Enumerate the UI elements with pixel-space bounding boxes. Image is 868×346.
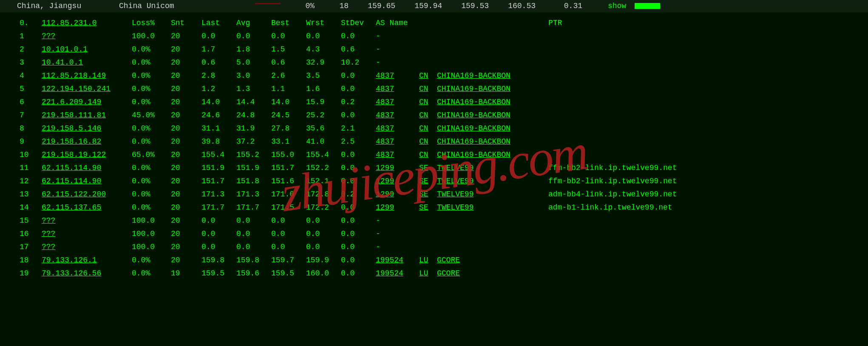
table-row: 1???100.0200.00.00.00.00.0- [17,30,851,43]
hop-asname[interactable]: TWELVE99 [437,203,474,212]
hop-ip[interactable]: 122.194.150.241 [42,85,111,93]
table-row: 9219.158.16.820.0%2039.837.233.141.02.54… [17,135,851,148]
hop-cc[interactable]: CN [419,98,428,106]
table-header: 0. 112.85.231.0 Loss% Snt Last Avg Best … [17,17,851,30]
hop-ip[interactable]: 10.101.0.1 [42,45,88,54]
hop-asname[interactable]: TWELVE99 [437,164,474,172]
table-row: 1879.133.126.10.0%20159.8159.8159.7159.9… [17,254,851,267]
hop-cc[interactable]: CN [419,137,428,146]
traceroute-output: 0. 112.85.231.0 Loss% Snt Last Avg Best … [0,12,868,284]
hop-asn[interactable]: 1299 [376,177,394,185]
hop-cc[interactable]: CN [419,150,428,159]
hop-asname[interactable]: CHINA169-BACKBON [437,71,511,80]
hop-asname[interactable]: GCORE [437,256,460,264]
hop-cc[interactable]: SE [419,190,428,199]
col-avg: Avg [234,17,269,30]
hop-asname[interactable]: CHINA169-BACKBON [437,85,511,93]
summary-stdev: 0.31 [536,0,582,12]
hop-asname[interactable]: TWELVE99 [437,177,474,185]
hop-cc[interactable]: CN [419,124,428,133]
hop-ip[interactable]: 79.133.126.56 [42,269,101,278]
location: China, Jiangsu [17,0,119,12]
hop-ip[interactable]: 219.158.111.81 [42,111,106,119]
hop-cc[interactable]: SE [419,203,428,212]
hop-asn[interactable]: 4837 [376,124,394,133]
col-asname: AS Name [373,17,546,30]
summary-loss: 0% [281,0,315,12]
hop-asn[interactable]: 1299 [376,203,394,212]
col-stdev: StDev [338,17,373,30]
hop-asn[interactable]: 199524 [376,256,403,264]
table-row: 1162.115.114.900.0%20151.9151.9151.7152.… [17,162,851,175]
show-link[interactable]: show [608,0,626,12]
col-loss: Loss% [129,17,168,30]
hop-asname[interactable]: CHINA169-BACKBON [437,98,511,106]
hop-asn[interactable]: 1299 [376,164,394,172]
hop-asn[interactable]: 4837 [376,85,394,93]
hop-asname[interactable]: GCORE [437,269,460,278]
hop-cc[interactable]: LU [419,269,428,278]
hop-ip[interactable]: 112.85.218.149 [42,71,106,80]
hop-asn[interactable]: 4837 [376,71,394,80]
hop-asname[interactable]: TWELVE99 [437,190,474,199]
summary-best: 159.53 [442,0,489,12]
hop-ip[interactable]: 219.158.19.122 [42,150,106,159]
table-row: 5122.194.150.2410.0%201.21.31.11.60.0483… [17,82,851,96]
hop-asn[interactable]: 4837 [376,137,394,146]
table-row: 7219.158.111.8145.0%2024.624.824.525.20.… [17,109,851,122]
hop-asname[interactable]: CHINA169-BACKBON [437,111,511,119]
summary-row: China, Jiangsu China Unicom 0% 18 159.65… [0,0,868,12]
hop-asn[interactable]: 4837 [376,98,394,106]
progress-bar [635,3,660,9]
table-row: 1979.133.126.560.0%19159.5159.6159.5160.… [17,267,851,280]
summary-last: 159.65 [349,0,395,12]
hop-asname[interactable]: CHINA169-BACKBON [437,124,511,133]
hop-asn[interactable]: 4837 [376,111,394,119]
hop-ip[interactable]: 62.115.122.200 [42,190,106,199]
hop-asn[interactable]: 199524 [376,269,403,278]
hop-ip[interactable]: 10.41.0.1 [42,58,83,67]
hop-ip[interactable]: ??? [42,243,55,251]
isp: China Unicom [119,0,238,12]
loss-bar [255,3,281,4]
table-row: 1362.115.122.2000.0%20171.3171.3171.0172… [17,188,851,201]
hop-ip[interactable]: 79.133.126.1 [42,256,97,264]
table-row: 210.101.0.10.0%201.71.81.54.30.6- [17,43,851,56]
table-row: 10219.158.19.12265.0%20155.4155.2155.015… [17,148,851,162]
table-row: 17???100.0200.00.00.00.00.0- [17,241,851,254]
hop-cc[interactable]: SE [419,164,428,172]
hop-cc[interactable]: LU [419,256,428,264]
table-row: 8219.158.5.1460.0%2031.131.927.835.62.14… [17,122,851,135]
summary-wrst: 160.53 [489,0,536,12]
hop-cc[interactable]: CN [419,71,428,80]
hop-ip[interactable]: 62.115.114.90 [42,177,101,185]
target-ip[interactable]: 112.85.231.0 [42,19,97,27]
hop-ip[interactable]: 221.6.209.149 [42,98,101,106]
col-snt: Snt [168,17,199,30]
table-row: 4112.85.218.1490.0%202.83.02.63.50.04837… [17,69,851,82]
hop-asn[interactable]: 1299 [376,190,394,199]
hop-ip[interactable]: ??? [42,216,55,225]
col-hop: 0. [17,17,39,30]
table-row: 16???100.0200.00.00.00.00.0- [17,227,851,241]
hop-asname[interactable]: CHINA169-BACKBON [437,150,511,159]
hop-ip[interactable]: 219.158.5.146 [42,124,101,133]
hop-ip[interactable]: ??? [42,230,55,238]
hop-asname[interactable]: CHINA169-BACKBON [437,137,511,146]
hop-cc[interactable]: CN [419,111,428,119]
hop-ip[interactable]: 62.115.137.65 [42,203,101,212]
hop-ip[interactable]: 219.158.16.82 [42,137,101,146]
col-last: Last [199,17,234,30]
hop-ip[interactable]: ??? [42,32,55,40]
table-row: 1262.115.114.900.0%20151.7151.8151.6152.… [17,175,851,188]
hop-cc[interactable]: CN [419,85,428,93]
summary-snt: 18 [315,0,349,12]
hop-cc[interactable]: SE [419,177,428,185]
summary-avg: 159.94 [395,0,442,12]
table-row: 15???100.0200.00.00.00.00.0- [17,214,851,227]
table-row: 1462.115.137.650.0%20171.7171.7171.5172.… [17,201,851,214]
col-best: Best [269,17,304,30]
table-row: 310.41.0.10.0%200.65.00.632.910.2- [17,56,851,69]
hop-ip[interactable]: 62.115.114.90 [42,164,101,172]
hop-asn[interactable]: 4837 [376,150,394,159]
